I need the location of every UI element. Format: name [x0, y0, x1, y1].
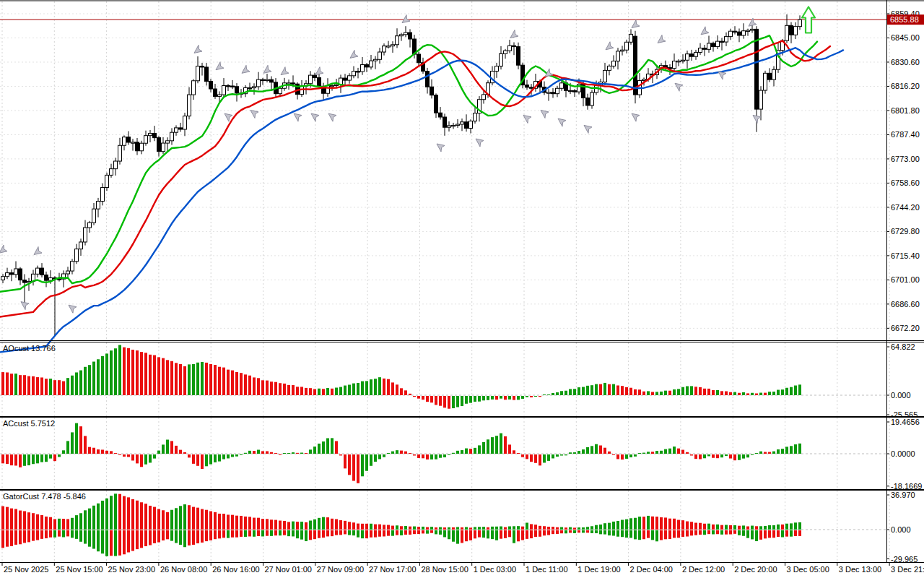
histogram-bar	[690, 386, 693, 395]
histogram-bar	[374, 530, 377, 538]
histogram-bar	[599, 446, 602, 454]
fractal-up-icon	[242, 65, 250, 73]
fractal-down-icon	[311, 113, 319, 121]
histogram-bar	[274, 453, 277, 454]
candle-body	[357, 72, 360, 72]
histogram-bar	[361, 524, 364, 530]
histogram-bar	[45, 379, 48, 395]
histogram-bar	[23, 375, 26, 395]
candle-body	[170, 132, 174, 141]
histogram-bar	[105, 530, 108, 556]
histogram-bar	[699, 454, 702, 459]
histogram-bar	[660, 517, 663, 530]
histogram-bar	[534, 454, 537, 463]
histogram-bar	[192, 454, 195, 464]
histogram-bar	[79, 530, 82, 542]
candle-body	[331, 85, 334, 86]
histogram-bar	[131, 530, 134, 551]
histogram-bar	[339, 387, 342, 395]
histogram-bar	[755, 453, 758, 454]
fractal-down-icon	[718, 72, 726, 79]
histogram-bar	[785, 530, 788, 537]
histogram-bar	[526, 396, 528, 397]
panel-splitter-gator[interactable]	[0, 489, 924, 492]
histogram-bar	[426, 396, 429, 402]
fractal-down-icon	[632, 113, 640, 121]
histogram-bar	[58, 530, 61, 537]
histogram-bar	[326, 388, 329, 395]
histogram-bar	[681, 530, 684, 537]
candle-body	[461, 122, 464, 124]
panel-splitter-ao[interactable]	[0, 340, 924, 343]
histogram-bar	[309, 449, 312, 454]
histogram-bar	[175, 530, 178, 543]
histogram-bar	[543, 454, 546, 462]
histogram-bar	[40, 377, 43, 395]
histogram-bar	[357, 524, 359, 530]
histogram-bar	[370, 524, 372, 530]
candle-body	[144, 136, 148, 144]
histogram-bar	[88, 365, 91, 395]
candle-body	[205, 67, 209, 82]
histogram-bar	[443, 396, 446, 407]
histogram-bar	[105, 451, 108, 454]
histogram-bar	[32, 513, 35, 530]
histogram-bar	[448, 530, 450, 539]
histogram-bar	[266, 530, 269, 536]
histogram-bar	[378, 377, 381, 395]
histogram-bar	[707, 530, 710, 534]
histogram-bar	[569, 452, 572, 454]
histogram-bar	[733, 525, 736, 530]
histogram-bar	[422, 530, 424, 533]
histogram-bar	[686, 522, 689, 530]
histogram-bar	[569, 389, 572, 395]
price-axis[interactable]	[887, 0, 924, 563]
histogram-bar	[292, 522, 295, 530]
histogram-bar	[40, 454, 43, 462]
histogram-bar	[746, 454, 749, 457]
candle-body	[157, 138, 161, 152]
candle-body	[309, 75, 313, 84]
fractal-up-icon	[632, 20, 640, 28]
histogram-bar	[153, 454, 156, 459]
histogram-bar	[36, 454, 39, 463]
histogram-bar	[409, 530, 411, 535]
histogram-bar	[751, 526, 754, 530]
candle-body	[214, 89, 217, 96]
histogram-bar	[383, 379, 385, 395]
histogram-bar	[742, 530, 745, 536]
histogram-bar	[738, 393, 741, 395]
candle-body	[681, 60, 685, 61]
histogram-bar	[348, 522, 351, 530]
histogram-bar	[127, 454, 130, 457]
histogram-bar	[40, 515, 43, 530]
histogram-bar	[616, 385, 619, 395]
candle-body	[729, 31, 733, 36]
candle-body	[387, 46, 391, 47]
histogram-bar	[517, 453, 520, 454]
histogram-bar	[764, 452, 767, 454]
histogram-bar	[495, 527, 498, 530]
histogram-bar	[474, 448, 476, 454]
histogram-bar	[716, 390, 719, 395]
histogram-bar	[482, 530, 485, 538]
panel-splitter-ac[interactable]	[0, 416, 924, 419]
histogram-bar	[794, 522, 797, 530]
histogram-bar	[725, 525, 728, 530]
histogram-bar	[348, 454, 351, 475]
histogram-bar	[179, 530, 182, 545]
histogram-bar	[157, 451, 160, 454]
candle-body	[733, 31, 737, 32]
histogram-bar	[478, 445, 481, 454]
histogram-bar	[742, 454, 745, 459]
histogram-bar	[170, 361, 173, 395]
histogram-bar	[539, 454, 541, 465]
histogram-bar	[10, 454, 13, 465]
histogram-bar	[114, 493, 117, 530]
histogram-bar	[461, 527, 463, 530]
histogram-bar	[378, 454, 381, 459]
histogram-bar	[97, 359, 100, 395]
histogram-bar	[785, 524, 788, 530]
histogram-bar	[681, 520, 684, 530]
time-axis[interactable]	[0, 563, 924, 578]
